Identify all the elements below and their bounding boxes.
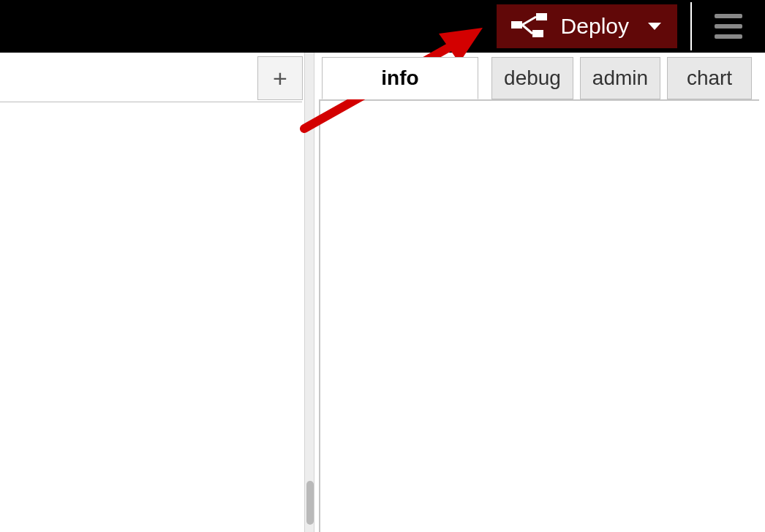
editor-scrollbar[interactable] <box>304 53 314 532</box>
tab-info-label: info <box>381 66 418 90</box>
deploy-button[interactable]: Deploy <box>497 4 677 48</box>
hamburger-icon <box>715 14 742 39</box>
tab-chart[interactable]: chart <box>667 57 752 99</box>
tab-admin-label: admin <box>592 66 648 90</box>
tab-info[interactable]: info <box>322 57 478 99</box>
menu-button[interactable] <box>692 0 765 53</box>
tab-debug-label: debug <box>504 66 561 90</box>
tab-admin[interactable]: admin <box>580 57 660 99</box>
header-bar: Deploy <box>0 0 765 53</box>
plus-icon: + <box>273 64 287 93</box>
deploy-icon <box>511 13 548 39</box>
sidebar-panel <box>319 99 759 532</box>
add-tab-button[interactable]: + <box>257 56 303 100</box>
deploy-label: Deploy <box>561 14 629 39</box>
tab-chart-label: chart <box>687 66 732 90</box>
chevron-down-icon[interactable] <box>648 23 661 30</box>
scrollbar-thumb[interactable] <box>306 481 314 525</box>
tab-debug[interactable]: debug <box>491 57 573 99</box>
